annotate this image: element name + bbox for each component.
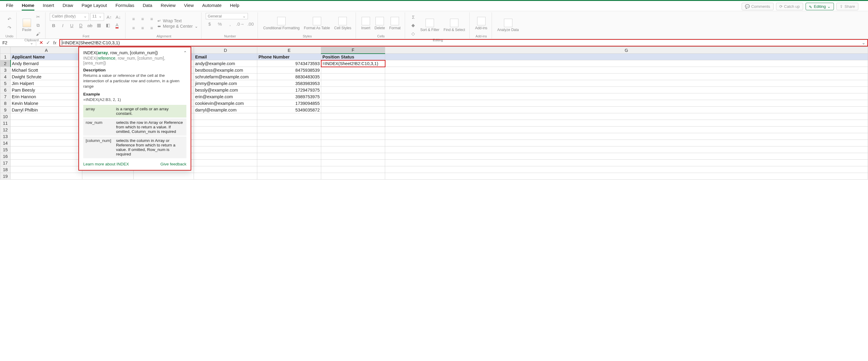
cell[interactable]	[321, 173, 385, 179]
menu-view[interactable]: View	[184, 3, 194, 10]
col-header-f[interactable]: F	[321, 47, 385, 54]
insert-cells-button[interactable]: Insert	[360, 16, 372, 31]
cell[interactable]: Erin Hannon	[10, 93, 82, 100]
menu-page-layout[interactable]: Page Layout	[82, 3, 107, 10]
cell[interactable]: 3583983953	[257, 80, 321, 87]
conditional-formatting-button[interactable]: Conditional Formatting	[262, 16, 301, 31]
find-select-button[interactable]: Find & Select	[442, 18, 466, 33]
cell[interactable]	[82, 173, 134, 179]
cell[interactable]: Email	[194, 54, 257, 60]
cell[interactable]	[10, 113, 82, 120]
formula-bar-input[interactable]: =INDEX(Sheet2!B2:C10,3,1)⌄	[59, 39, 868, 46]
cell[interactable]	[321, 166, 385, 173]
addins-button[interactable]: Add-ins	[474, 16, 489, 31]
clear-button[interactable]: ◇	[409, 30, 417, 38]
cell[interactable]	[257, 133, 321, 140]
row-header[interactable]: 19	[0, 173, 10, 179]
cell[interactable]	[10, 153, 82, 160]
cell[interactable]: darryl@example.com	[194, 107, 257, 113]
currency-button[interactable]: $	[206, 20, 214, 28]
menu-review[interactable]: Review	[161, 3, 176, 10]
accept-formula-button[interactable]: ✓	[46, 40, 50, 45]
cell[interactable]	[194, 140, 257, 146]
cell[interactable]	[321, 140, 385, 146]
comma-button[interactable]: ,	[226, 20, 234, 28]
percent-button[interactable]: %	[216, 20, 224, 28]
cell[interactable]	[321, 133, 385, 140]
chevron-down-icon[interactable]: ⌄	[862, 40, 866, 45]
cell[interactable]	[134, 173, 194, 179]
cell[interactable]	[194, 146, 257, 153]
redo-button[interactable]: ↷	[5, 24, 13, 32]
bold-button[interactable]: B	[50, 22, 58, 29]
row-header[interactable]: 17	[0, 160, 10, 166]
cell[interactable]: 3989753975	[257, 93, 321, 100]
row-header[interactable]: 1	[0, 54, 10, 60]
cell[interactable]	[385, 133, 868, 140]
cell-styles-button[interactable]: Cell Styles	[333, 16, 352, 31]
cell[interactable]: Position Status	[321, 54, 385, 60]
cell[interactable]: bessly@example.com	[194, 87, 257, 93]
cell-selected[interactable]: =INDEX(Sheet2!B2:C10,3,1)	[321, 60, 385, 67]
cell[interactable]	[321, 113, 385, 120]
cell[interactable]	[194, 153, 257, 160]
cell[interactable]	[385, 127, 868, 133]
cell[interactable]	[385, 54, 868, 60]
borders-button[interactable]: ▦	[95, 22, 103, 29]
cell[interactable]: Kevin Malone	[10, 100, 82, 107]
row-header[interactable]: 9	[0, 107, 10, 113]
copy-button[interactable]: ⧉	[34, 22, 42, 29]
name-box[interactable]: F2⌄	[0, 40, 36, 46]
cell[interactable]	[321, 160, 385, 166]
row-header[interactable]: 7	[0, 93, 10, 100]
cell[interactable]	[257, 120, 321, 127]
autosum-button[interactable]: Σ	[409, 13, 417, 21]
cell[interactable]: Andy Bernard	[10, 60, 82, 67]
cell[interactable]: Phone Number	[257, 54, 321, 60]
cell[interactable]	[385, 166, 868, 173]
cell[interactable]	[257, 153, 321, 160]
comments-button[interactable]: 💬Comments	[742, 3, 774, 10]
collapse-tooltip-button[interactable]: ⌃	[183, 50, 187, 55]
cell[interactable]: Applicant Name	[10, 54, 82, 60]
cell[interactable]	[10, 120, 82, 127]
row-header[interactable]: 8	[0, 100, 10, 107]
cell[interactable]	[10, 173, 82, 179]
cell[interactable]	[321, 100, 385, 107]
cell[interactable]	[321, 146, 385, 153]
editing-mode-button[interactable]: Editing⌄	[806, 3, 834, 10]
double-underline-button[interactable]: D	[77, 22, 85, 29]
cell[interactable]	[385, 160, 868, 166]
cell[interactable]: Jim Halpert	[10, 80, 82, 87]
analyze-data-button[interactable]: Analyze Data	[496, 18, 520, 33]
dec-decimal-button[interactable]: .00	[247, 20, 254, 28]
cell[interactable]	[10, 133, 82, 140]
merge-center-button[interactable]: ⬌Merge & Center⌄	[157, 24, 198, 29]
row-header[interactable]: 10	[0, 113, 10, 120]
select-all-corner[interactable]	[0, 47, 10, 54]
undo-button[interactable]: ↶	[5, 15, 13, 23]
menu-automate[interactable]: Automate	[202, 3, 221, 10]
cell[interactable]	[385, 100, 868, 107]
cell[interactable]	[321, 107, 385, 113]
row-header[interactable]: 15	[0, 146, 10, 153]
cell[interactable]: Pam Beesly	[10, 87, 82, 93]
row-header[interactable]: 3	[0, 67, 10, 73]
wrap-text-button[interactable]: ↵Wrap Text	[157, 19, 182, 23]
font-color-button[interactable]: A	[113, 22, 121, 29]
cell[interactable]	[257, 173, 321, 179]
menu-insert[interactable]: Insert	[43, 3, 54, 10]
italic-button[interactable]: I	[59, 22, 67, 29]
cell[interactable]	[385, 60, 868, 67]
align-bot-button[interactable]: ≡	[148, 15, 156, 23]
cell[interactable]	[257, 140, 321, 146]
cell[interactable]	[385, 140, 868, 146]
cell[interactable]: bestboss@example.com	[194, 67, 257, 73]
row-header[interactable]: 14	[0, 140, 10, 146]
increase-font-button[interactable]: A↑	[105, 13, 113, 21]
decrease-font-button[interactable]: A↓	[114, 13, 122, 21]
cell[interactable]	[194, 133, 257, 140]
cell[interactable]	[321, 80, 385, 87]
cell[interactable]: 5349035872	[257, 107, 321, 113]
menu-draw[interactable]: Draw	[62, 3, 73, 10]
